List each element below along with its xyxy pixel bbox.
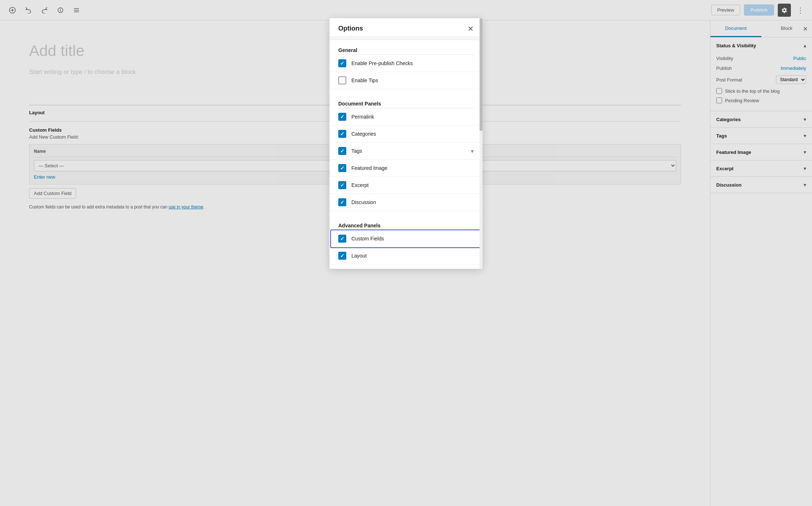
categories-item: ✓ Categories	[330, 125, 482, 143]
featured-image-item: ✓ Featured Image	[330, 160, 482, 177]
enable-prepublish-label: Enable Pre-publish Checks	[351, 60, 413, 66]
check-icon: ✓	[340, 236, 344, 241]
layout-label: Layout	[351, 253, 367, 259]
check-icon: ✓	[340, 61, 344, 66]
tags-item: ✓ Tags ▾	[330, 143, 482, 160]
enable-tips-item: Enable Tips	[330, 72, 482, 89]
permalink-label: Permalink	[351, 114, 374, 120]
permalink-item: ✓ Permalink	[330, 108, 482, 125]
enable-prepublish-checkbox[interactable]: ✓	[338, 59, 346, 67]
document-panels-title: Document Panels	[338, 101, 474, 107]
advanced-panels-section: Advanced Panels	[330, 215, 482, 228]
check-icon: ✓	[340, 183, 344, 188]
layout-checkbox[interactable]: ✓	[338, 252, 346, 260]
modal-header: Options ✕	[330, 18, 482, 37]
check-icon: ✓	[340, 166, 344, 171]
modal-close-button[interactable]: ✕	[468, 25, 474, 32]
check-icon: ✓	[340, 114, 344, 119]
discussion-checkbox[interactable]: ✓	[338, 198, 346, 206]
enable-tips-checkbox[interactable]	[338, 76, 346, 84]
tags-arrow-icon: ▾	[471, 148, 474, 155]
featured-image-checkbox[interactable]: ✓	[338, 164, 346, 172]
tags-label: Tags	[351, 148, 362, 154]
tags-checkbox[interactable]: ✓	[338, 147, 346, 155]
modal-scroll-top	[330, 37, 482, 40]
featured-image-label: Featured Image	[351, 165, 387, 171]
permalink-checkbox[interactable]: ✓	[338, 113, 346, 121]
advanced-panels-title: Advanced Panels	[338, 223, 474, 228]
document-panels-section: Document Panels	[330, 93, 482, 107]
custom-fields-label: Custom Fields	[351, 236, 384, 242]
categories-checkbox[interactable]: ✓	[338, 130, 346, 138]
check-icon: ✓	[340, 253, 344, 258]
modal-scrollbar-track	[480, 18, 482, 269]
modal-scrollbar-thumb[interactable]	[480, 18, 482, 131]
discussion-label: Discussion	[351, 199, 376, 205]
enable-tips-label: Enable Tips	[351, 77, 378, 83]
custom-fields-item: ✓ Custom Fields	[331, 230, 481, 247]
excerpt-label: Excerpt	[351, 182, 368, 188]
check-icon: ✓	[340, 131, 344, 136]
categories-label: Categories	[351, 131, 376, 137]
discussion-item: ✓ Discussion	[330, 194, 482, 211]
excerpt-checkbox[interactable]: ✓	[338, 181, 346, 189]
layout-item: ✓ Layout	[330, 247, 482, 264]
options-modal: Options ✕ General ✓ Enable Pre-publish C…	[330, 18, 482, 269]
modal-body: General ✓ Enable Pre-publish Checks Enab…	[330, 37, 482, 269]
check-icon: ✓	[340, 200, 344, 205]
enable-prepublish-item: ✓ Enable Pre-publish Checks	[330, 55, 482, 72]
check-icon: ✓	[340, 148, 344, 154]
general-title: General	[338, 47, 474, 53]
modal-bottom-padding	[330, 264, 482, 269]
excerpt-item: ✓ Excerpt	[330, 177, 482, 194]
modal-title: Options	[338, 25, 363, 32]
general-section: General	[330, 40, 482, 53]
custom-fields-checkbox[interactable]: ✓	[338, 235, 346, 243]
